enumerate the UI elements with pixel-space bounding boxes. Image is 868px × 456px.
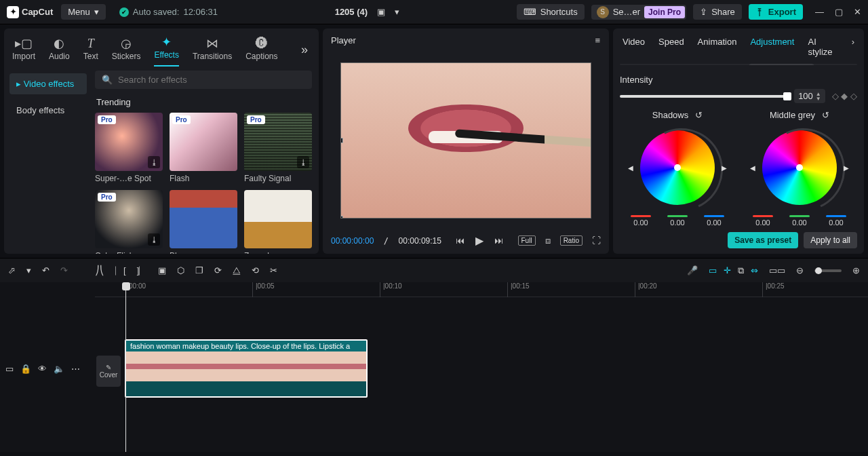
slider-knob[interactable] [815,267,822,274]
save-preset-button[interactable]: Save as preset [728,232,798,248]
player-menu-icon[interactable]: ≡ [595,35,601,45]
lock-icon[interactable]: 🔒 [20,364,31,374]
layout-icon[interactable]: ▣ [377,7,385,17]
zoom-in-icon[interactable]: ⊕ [852,265,860,276]
maximize-icon[interactable]: ▢ [835,7,843,17]
full-button[interactable]: Full [518,235,536,246]
tab-animation[interactable]: Animation [698,37,737,57]
preview-frame[interactable] [340,62,591,218]
crop-icon[interactable]: ▣ [158,265,166,276]
sidebar-item-video-effects[interactable]: ▸ Video effects [9,73,87,94]
undo-icon[interactable]: ↶ [42,265,50,276]
timeline-ruler[interactable]: 00:00 |00:05 |00:10 |00:15 |00:20 |00:25 [95,282,868,297]
chevron-down-icon[interactable]: ▾ [395,7,399,17]
cursor-tool-icon[interactable]: ⬀ [8,265,16,276]
effect-card[interactable]: Pro⭳Faulty Signal [244,113,312,183]
search-field[interactable] [118,75,305,85]
mirror-icon[interactable]: ⧋ [233,265,241,276]
intensity-value[interactable]: 100 ▲▼ [794,89,825,103]
tab-ai-stylize[interactable]: AI stylize [808,37,837,57]
sidebar-item-body-effects[interactable]: Body effects [9,100,87,121]
tab-adjustment[interactable]: Adjustment [750,37,794,57]
luminance-arc[interactable] [629,117,734,223]
trim-right-icon[interactable]: ]⎸ [137,265,148,276]
export-button[interactable]: ⭱ Export [749,4,803,20]
apply-all-button[interactable]: Apply to all [804,232,857,248]
close-icon[interactable]: ✕ [854,7,861,17]
preview-icon[interactable]: ▭▭ [769,265,785,276]
tab-import[interactable]: ▸▢Import [12,34,35,66]
magnet-icon[interactable]: ▭ [709,265,717,276]
track-options-icon[interactable]: ▭ [5,364,14,374]
tabs-more-icon[interactable]: › [852,37,854,57]
subtab-color-wheel[interactable]: Color wheel [749,64,814,65]
duplicate-icon[interactable]: ❐ [195,265,203,276]
minimize-icon[interactable]: ― [815,7,824,17]
effect-card[interactable]: Pro⭳Color Flicker [95,190,163,254]
link-icon[interactable]: ⧉ [738,265,744,276]
tab-transitions[interactable]: ⋈Transitions [193,34,232,66]
split-icon[interactable]: ⎠⎝ [95,265,104,276]
play-icon[interactable]: ▶ [475,234,484,247]
mic-icon[interactable]: 🎤 [687,265,698,276]
snap-icon[interactable]: ✛ [724,265,731,276]
align-icon[interactable]: ⇔ [751,265,758,276]
effect-card[interactable]: ProFlash [170,113,237,183]
effect-card[interactable]: Zoom Lens [244,190,312,254]
subtab-basic[interactable]: Basic [620,64,660,65]
slider-knob[interactable] [783,92,791,100]
effect-card[interactable]: Blur [170,190,237,254]
fullscreen-icon[interactable]: ⛶ [592,235,601,246]
effect-card[interactable]: Pro⭳Super-…e Spot [95,113,163,183]
stepper-icon[interactable]: ▲▼ [816,92,821,101]
eye-icon[interactable]: 👁 [38,364,47,374]
speed-icon[interactable]: ⟳ [214,265,222,276]
arrow-right-icon[interactable]: ▶ [844,164,849,172]
timeline-clip[interactable]: fashion woman makeup beauty lips. Close-… [125,339,368,398]
subtab-mask[interactable]: Mask [817,64,857,65]
next-frame-icon[interactable]: ⏭ [494,235,503,246]
resize-handle[interactable] [340,216,343,218]
playhead[interactable] [125,282,126,452]
reset-icon[interactable]: ↺ [695,110,703,120]
tab-effects[interactable]: ✦Effects [154,33,178,66]
timeline[interactable]: 00:00 |00:05 |00:10 |00:15 |00:20 |00:25… [0,282,868,452]
account-join-pro[interactable]: S Se…er Join Pro [591,5,686,20]
marker-icon[interactable]: ⬡ [177,265,184,276]
shortcuts-button[interactable]: ⌨ Shortcuts [517,4,585,20]
download-icon[interactable]: ⭳ [148,233,160,246]
rotate-icon[interactable]: ⟲ [252,265,259,276]
ratio-button[interactable]: Ratio [560,235,583,246]
share-button[interactable]: ⇪ Share [693,4,742,20]
tab-speed[interactable]: Speed [658,37,684,57]
download-icon[interactable]: ⭳ [148,156,160,168]
trim-left-icon[interactable]: ⎸[ [115,265,126,276]
mute-icon[interactable]: 🔈 [54,364,64,374]
cover-button[interactable]: ✎ Cover [96,356,121,387]
resize-handle[interactable] [340,138,343,143]
zoom-slider[interactable] [814,269,842,272]
crop2-icon[interactable]: ✂ [270,265,277,276]
tab-captions[interactable]: 🅒Captions [245,34,277,66]
subtab-curves[interactable]: Curves [702,64,749,65]
reset-icon[interactable]: ↺ [822,110,829,120]
luminance-arc[interactable] [751,117,856,223]
tab-stickers[interactable]: ◶Stickers [112,34,141,66]
tab-text[interactable]: TText [83,34,98,66]
arrow-right-icon[interactable]: ▶ [722,164,727,172]
prev-frame-icon[interactable]: ⏮ [456,235,465,246]
redo-icon[interactable]: ↷ [60,265,68,276]
arrow-left-icon[interactable]: ◀ [750,164,755,172]
subtab-hsl[interactable]: HSL [663,64,699,65]
tabs-more-icon[interactable]: » [301,43,311,57]
download-icon[interactable]: ⭳ [297,156,309,168]
tab-video[interactable]: Video [623,37,645,57]
chevron-down-icon[interactable]: ▾ [26,265,31,276]
more-icon[interactable]: ⋯ [71,364,80,374]
zoom-out-icon[interactable]: ⊖ [796,265,804,276]
tab-audio[interactable]: ◐Audio [49,34,70,66]
menu-button[interactable]: Menu ▾ [61,4,106,20]
keyframe-controls[interactable]: ◇ ◆ ◇ [832,91,857,101]
search-input[interactable]: 🔍 [95,71,312,89]
preview-viewport[interactable] [323,52,609,229]
